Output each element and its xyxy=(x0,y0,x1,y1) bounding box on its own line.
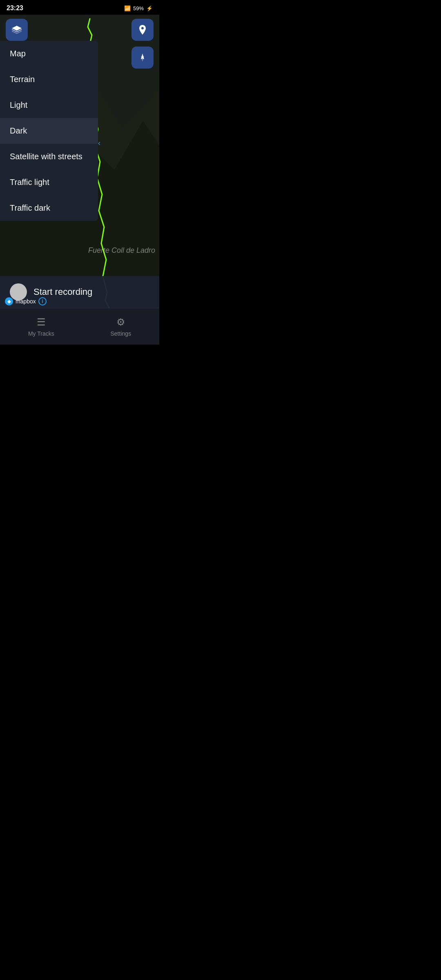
menu-item-dark[interactable]: Dark xyxy=(0,118,98,144)
compass-arrow-icon xyxy=(137,52,148,63)
compass-button[interactable] xyxy=(131,47,154,69)
battery-level: 59% xyxy=(133,5,144,11)
map-style-menu: Map Terrain Light Dark Satellite with st… xyxy=(0,41,98,221)
bottom-nav: ☰ My Tracks ⚙ Settings xyxy=(0,308,159,345)
menu-item-map[interactable]: Map xyxy=(0,41,98,67)
menu-item-terrain[interactable]: Terrain xyxy=(0,67,98,92)
start-recording-label: Start recording xyxy=(33,287,92,297)
status-time: 23:23 xyxy=(7,4,23,12)
location-pin-icon xyxy=(137,24,148,36)
menu-item-light[interactable]: Light xyxy=(0,92,98,118)
settings-label: Settings xyxy=(111,330,131,337)
sidebar-chevron-icon[interactable]: ‹ xyxy=(98,139,100,147)
layers-icon xyxy=(11,24,22,36)
menu-item-satellite[interactable]: Satellite with streets xyxy=(0,144,98,169)
settings-icon: ⚙ xyxy=(116,316,125,328)
mapbox-logo-icon: ◆ xyxy=(5,297,13,305)
map-place-label: Fuerte Coll de Ladro xyxy=(88,246,155,255)
layers-button[interactable] xyxy=(6,19,28,41)
info-icon[interactable]: i xyxy=(38,297,47,305)
menu-item-traffic-dark[interactable]: Traffic dark xyxy=(0,195,98,221)
battery-charging-icon: ⚡ xyxy=(146,5,153,11)
mapbox-name: mapbox xyxy=(16,298,36,305)
my-tracks-icon: ☰ xyxy=(37,316,46,328)
my-tracks-label: My Tracks xyxy=(28,330,54,337)
menu-item-traffic-light[interactable]: Traffic light xyxy=(0,169,98,195)
status-icons: 📶 59% ⚡ xyxy=(124,5,153,11)
mapbox-brand: ◆ mapbox i xyxy=(5,297,47,305)
status-bar: 23:23 📶 59% ⚡ xyxy=(0,0,159,15)
nav-settings[interactable]: ⚙ Settings xyxy=(111,316,131,337)
nav-my-tracks[interactable]: ☰ My Tracks xyxy=(28,316,54,337)
wifi-icon: 📶 xyxy=(124,5,131,11)
location-button[interactable] xyxy=(131,19,154,41)
